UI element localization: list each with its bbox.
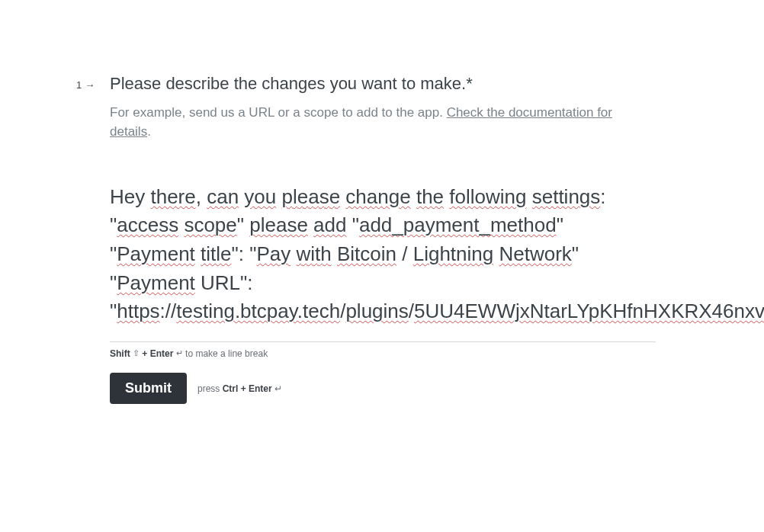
t: https [117,300,159,322]
t: Lightning [413,242,494,265]
t [291,242,296,265]
question-marker: 1 → [76,79,94,91]
submit-hint: press Ctrl + Enter ↵ [197,383,282,394]
t [276,185,281,208]
enter-icon: ↵ [176,348,183,358]
t: please [282,185,341,208]
answer-textarea[interactable]: Hey there, can you please change the fol… [110,183,656,326]
hint-plus: + [142,348,149,359]
t: Payment [117,271,195,294]
t: change [345,185,410,208]
hint-shift: Shift [110,348,130,359]
arrow-right-icon: → [85,79,94,91]
t [195,242,201,265]
t: can [207,185,239,208]
question-description: For example, send us a URL or a scope to… [110,103,656,142]
t: :// [160,300,177,322]
t: testing.btcpay.tech [176,300,340,322]
t: access [117,213,178,236]
t: Pay [256,242,291,265]
t: ": " [232,242,257,265]
t: " [110,242,117,265]
question-number: 1 [76,79,82,91]
t: " [110,300,117,322]
t [526,185,531,208]
hint-tail: to make a line break [185,348,268,359]
t: settings [532,185,601,208]
submit-button[interactable]: Submit [110,373,187,404]
t: : [600,185,605,208]
t: with [297,242,332,265]
question-body: Please describe the changes you want to … [110,73,656,404]
submit-hint-key: Ctrl + Enter [223,383,272,394]
t: " [557,213,563,236]
t: Bitcoin [337,242,396,265]
action-row: Submit press Ctrl + Enter ↵ [110,373,656,404]
t: add_payment_method [359,213,557,236]
t: you [244,185,276,208]
t: " [572,242,579,265]
t: URL": [195,271,253,294]
t [332,242,337,265]
t: title [201,242,231,265]
t: 5UU4EWWjxNt [414,300,550,322]
t: , [196,185,207,208]
t: add [313,213,346,236]
t: / [409,300,414,322]
t: the [416,185,444,208]
t: there [150,185,195,208]
t: Payment [117,242,195,265]
t: please [249,213,308,236]
description-text: For example, send us a URL or a scope to… [110,105,447,120]
hint-enter: Enter [150,348,174,359]
t: " [110,213,117,236]
t: " [346,213,358,236]
t: arLYpKHfnHXKRX46nxvf6uyHt3Yr4wuDg [550,300,764,322]
form-question: 1 → Please describe the changes you want… [76,73,656,404]
divider [110,341,656,342]
shift-icon: ⇧ [133,348,140,358]
t: plugins [345,300,408,322]
enter-icon: ↵ [274,383,282,394]
t: Hey [110,185,150,208]
question-title: Please describe the changes you want to … [110,73,656,95]
t [411,185,416,208]
t: / [396,242,413,265]
t: scope [184,213,236,236]
t: following [449,185,526,208]
t: Network [499,242,571,265]
description-suffix: . [147,124,151,139]
submit-hint-prefix: press [197,383,223,394]
linebreak-hint: Shift ⇧ + Enter ↵ to make a line break [110,348,656,359]
t: " [237,213,249,236]
t: " [110,271,117,294]
t [308,213,313,236]
